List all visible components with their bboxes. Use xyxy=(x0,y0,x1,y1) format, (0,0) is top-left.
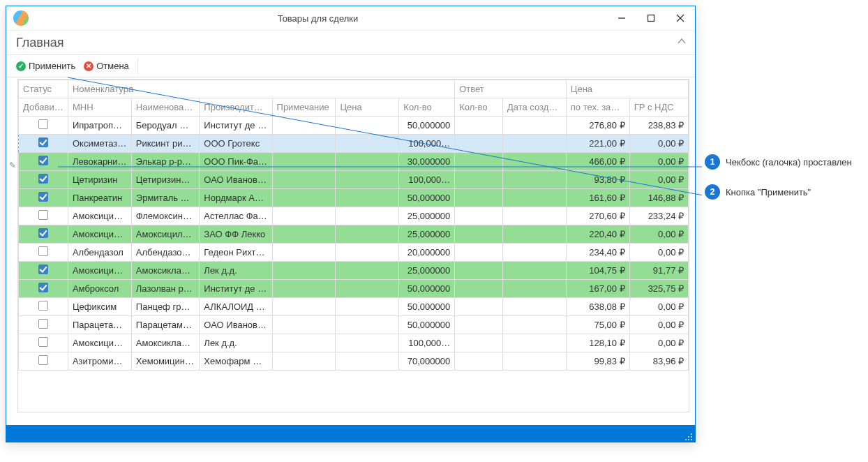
cell-gr-nds[interactable]: 0,00 ₽ xyxy=(629,171,688,189)
cell-price[interactable] xyxy=(336,316,399,334)
cell-resp-qty[interactable] xyxy=(455,207,503,225)
table-row[interactable]: ПанкреатинЭрмиталь …Нордмарк Ар…50,00000… xyxy=(19,189,689,207)
cell-resp-date[interactable] xyxy=(502,316,566,334)
cell-name[interactable]: Парацетам… xyxy=(131,316,200,334)
cell-resp-qty[interactable] xyxy=(455,352,503,371)
cell-manufacturer[interactable]: ООО Пик-Фа… xyxy=(200,153,272,171)
cell-name[interactable]: Риксинт ри… xyxy=(131,135,200,153)
col-group-price[interactable]: Цена xyxy=(566,80,688,98)
col-mnn[interactable]: МНН xyxy=(68,98,131,117)
col-group-response[interactable]: Ответ xyxy=(455,80,567,98)
cell-note[interactable] xyxy=(272,298,336,316)
col-manufacturer[interactable]: Производите… xyxy=(200,98,272,117)
cell-resp-qty[interactable] xyxy=(455,153,503,171)
col-gr-nds[interactable]: ГР с НДС xyxy=(629,98,688,117)
col-resp-date[interactable]: Дата созда… xyxy=(502,98,566,117)
cell-tech-price[interactable]: 75,00 ₽ xyxy=(566,316,629,334)
cell-resp-qty[interactable] xyxy=(455,298,503,316)
row-checkbox[interactable] xyxy=(38,337,48,347)
cell-gr-nds[interactable]: 0,00 ₽ xyxy=(629,298,688,316)
cell-tech-price[interactable]: 93,80 ₽ xyxy=(566,171,629,189)
col-group-nomenclature[interactable]: Номенклатура xyxy=(68,80,454,98)
cell-name[interactable]: Албендазо… xyxy=(131,244,200,262)
cell-note[interactable] xyxy=(272,352,336,371)
cell-price[interactable] xyxy=(336,135,399,153)
cell-resp-date[interactable] xyxy=(502,153,566,171)
cell-manufacturer[interactable]: ОАО Иванов… xyxy=(200,316,272,334)
table-row[interactable]: АмброксолЛазолван р…Институт де …50,0000… xyxy=(19,280,689,298)
cell-qty[interactable]: 100,000… xyxy=(399,135,455,153)
cell-gr-nds[interactable]: 325,75 ₽ xyxy=(629,280,688,298)
cell-mnn[interactable]: Албендазол xyxy=(68,244,131,262)
table-row[interactable]: Амоксицил…Амоксицил…ЗАО ФФ Лекко25,00000… xyxy=(19,225,689,244)
row-checkbox[interactable] xyxy=(38,156,48,165)
cell-mnn[interactable]: Ипратропи… xyxy=(68,117,131,135)
cell-manufacturer[interactable]: Лек д.д. xyxy=(200,334,272,352)
cell-price[interactable] xyxy=(336,117,399,135)
apply-button[interactable]: ✓ Применить xyxy=(12,58,80,74)
cell-qty[interactable]: 50,000000 xyxy=(399,316,455,334)
cell-resp-qty[interactable] xyxy=(455,225,503,244)
maximize-button[interactable] xyxy=(636,6,666,31)
row-checkbox[interactable] xyxy=(38,119,48,129)
resize-grip-icon[interactable] xyxy=(684,432,692,440)
row-checkbox[interactable] xyxy=(38,174,48,184)
cell-name[interactable]: Эрмиталь … xyxy=(131,189,200,207)
col-add[interactable]: Добави… xyxy=(19,98,68,117)
cell-tech-price[interactable]: 270,60 ₽ xyxy=(566,207,629,225)
minimize-button[interactable] xyxy=(607,6,636,31)
cell-mnn[interactable]: Амоксицил… xyxy=(68,262,131,280)
cell-gr-nds[interactable]: 0,00 ₽ xyxy=(629,153,688,171)
row-checkbox[interactable] xyxy=(38,301,48,311)
col-group-status[interactable]: Статус xyxy=(19,80,68,98)
cell-name[interactable]: Цетиризин… xyxy=(131,171,200,189)
cell-gr-nds[interactable]: 146,88 ₽ xyxy=(629,189,688,207)
row-checkbox[interactable] xyxy=(38,246,48,256)
cell-manufacturer[interactable]: Институт де … xyxy=(200,117,272,135)
cell-price[interactable] xyxy=(336,244,399,262)
cell-mnn[interactable]: Амоксицил… xyxy=(68,207,131,225)
cell-resp-qty[interactable] xyxy=(455,171,503,189)
cell-gr-nds[interactable]: 238,83 ₽ xyxy=(629,117,688,135)
cell-resp-qty[interactable] xyxy=(455,334,503,352)
cell-gr-nds[interactable]: 91,77 ₽ xyxy=(629,262,688,280)
cell-resp-date[interactable] xyxy=(502,207,566,225)
cell-tech-price[interactable]: 104,75 ₽ xyxy=(566,262,629,280)
cell-price[interactable] xyxy=(336,153,399,171)
cell-note[interactable] xyxy=(272,207,336,225)
table-row[interactable]: АлбендазолАлбендазо…Гедеон Рихт…20,00000… xyxy=(19,244,689,262)
row-checkbox[interactable] xyxy=(38,192,48,202)
cell-price[interactable] xyxy=(336,225,399,244)
row-checkbox[interactable] xyxy=(38,355,48,365)
cell-mnn[interactable]: Азитромицин xyxy=(68,352,131,371)
cell-tech-price[interactable]: 167,00 ₽ xyxy=(566,280,629,298)
cell-qty[interactable]: 25,000000 xyxy=(399,207,455,225)
cell-mnn[interactable]: Парацетам… xyxy=(68,316,131,334)
cell-gr-nds[interactable]: 0,00 ₽ xyxy=(629,135,688,153)
cell-resp-date[interactable] xyxy=(502,189,566,207)
cell-name[interactable]: Панцеф гр… xyxy=(131,298,200,316)
cell-note[interactable] xyxy=(272,262,336,280)
row-checkbox[interactable] xyxy=(38,264,48,274)
table-row[interactable]: Левокарни…Элькар р-р…ООО Пик-Фа…30,00000… xyxy=(19,153,689,171)
cell-note[interactable] xyxy=(272,117,336,135)
cell-price[interactable] xyxy=(336,171,399,189)
cell-gr-nds[interactable]: 233,24 ₽ xyxy=(629,207,688,225)
cell-gr-nds[interactable]: 0,00 ₽ xyxy=(629,334,688,352)
cell-name[interactable]: Лазолван р… xyxy=(131,280,200,298)
cell-qty[interactable]: 50,000000 xyxy=(399,280,455,298)
cell-qty[interactable]: 70,000000 xyxy=(399,352,455,371)
col-resp-qty[interactable]: Кол-во xyxy=(455,98,503,117)
cell-resp-date[interactable] xyxy=(502,171,566,189)
cell-note[interactable] xyxy=(272,280,336,298)
table-row[interactable]: Ипратропи…Беродуал …Институт де …50,0000… xyxy=(19,117,689,135)
table-row[interactable]: Оксиметаз…Риксинт ри…ООО Гротекс100,000…… xyxy=(19,135,689,153)
cell-tech-price[interactable]: 99,83 ₽ xyxy=(566,352,629,371)
cell-resp-qty[interactable] xyxy=(455,262,503,280)
row-checkbox[interactable] xyxy=(38,228,48,238)
cell-gr-nds[interactable]: 83,96 ₽ xyxy=(629,352,688,371)
cell-resp-qty[interactable] xyxy=(455,244,503,262)
col-name[interactable]: Наименова… xyxy=(131,98,200,117)
cell-qty[interactable]: 50,000000 xyxy=(399,117,455,135)
cell-resp-qty[interactable] xyxy=(455,189,503,207)
